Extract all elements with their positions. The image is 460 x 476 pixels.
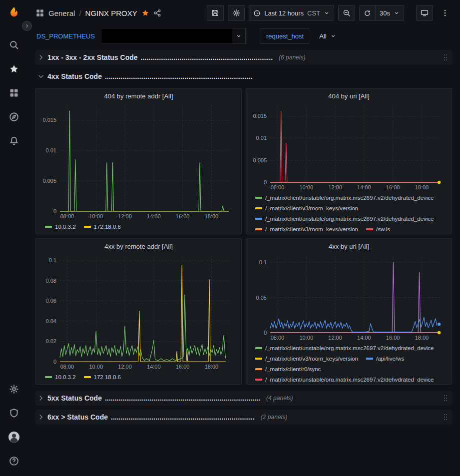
timeseries-chart[interactable]: 08:0010:0012:0014:0016:0018:0000.020.040… bbox=[40, 251, 237, 371]
refresh-button[interactable] bbox=[359, 5, 376, 21]
legend-item[interactable]: /api/live/ws bbox=[366, 354, 404, 363]
panel-grid: 404 by remote addr [All] 08:0010:0012:00… bbox=[35, 88, 452, 385]
favorite-star-icon[interactable] bbox=[141, 9, 149, 17]
apps-grid-icon bbox=[9, 88, 19, 98]
row-label: 5xx Status Code ........................… bbox=[47, 394, 260, 402]
legend-swatch-icon bbox=[84, 226, 91, 228]
dashboard-title[interactable]: NGINX PROXY bbox=[85, 9, 137, 17]
row-5xx-status-code[interactable]: 5xx Status Code ........................… bbox=[35, 391, 452, 406]
legend-item[interactable]: /_matrix/client/r0/sync bbox=[255, 364, 321, 374]
sidebar bbox=[0, 0, 27, 476]
drag-handle-icon[interactable] bbox=[443, 53, 448, 61]
save-dashboard-button[interactable] bbox=[207, 5, 224, 21]
row-1xx-status-code[interactable]: 1xx - 3xx - 2xx Status Code ............… bbox=[35, 50, 452, 65]
row-dots: ........................................… bbox=[111, 413, 255, 421]
row-dots: ........................................… bbox=[105, 394, 260, 402]
panel-legend: 10.0.3.2172.18.0.6 bbox=[40, 220, 237, 231]
breadcrumb: General / NGINX PROXY bbox=[35, 8, 161, 17]
legend-label: /_matrix/client/unstable/org.matrix.msc2… bbox=[265, 216, 434, 222]
svg-text:0.005: 0.005 bbox=[253, 157, 267, 163]
legend-swatch-icon bbox=[255, 379, 262, 381]
time-range-picker[interactable]: Last 12 hours CST bbox=[249, 5, 334, 21]
variable-value-request-host[interactable]: All bbox=[315, 28, 340, 44]
dashboard-settings-button[interactable] bbox=[228, 5, 245, 21]
more-options-button[interactable] bbox=[437, 5, 453, 21]
legend-item[interactable]: /_matrix/client/v3/room_keys/version bbox=[255, 224, 358, 231]
breadcrumb-folder[interactable]: General bbox=[48, 9, 75, 17]
sidebar-item-dashboards[interactable] bbox=[0, 81, 27, 105]
panel-title[interactable]: 404 by uri [All] bbox=[250, 90, 448, 101]
legend-label: /_matrix/client/unstable/org.matrix.msc2… bbox=[265, 377, 434, 382]
sidebar-item-configuration[interactable] bbox=[0, 377, 27, 401]
refresh-interval-label: 30s bbox=[380, 9, 390, 17]
legend-item[interactable]: 10.0.3.2 bbox=[45, 372, 76, 382]
drag-handle-icon[interactable] bbox=[443, 394, 448, 402]
user-avatar-icon bbox=[8, 431, 20, 443]
row-6xx-status-code[interactable]: 6xx > Status Code ......................… bbox=[35, 410, 452, 425]
svg-text:10:00: 10:00 bbox=[89, 213, 103, 219]
legend-item[interactable]: /_matrix/client/v3/room_keys/version bbox=[255, 203, 358, 213]
refresh-icon bbox=[364, 9, 371, 17]
question-circle-icon bbox=[9, 456, 19, 466]
breadcrumb-separator: / bbox=[79, 9, 81, 17]
svg-text:16:00: 16:00 bbox=[386, 184, 400, 190]
timeseries-chart[interactable]: 08:0010:0012:0014:0016:0018:0000.0050.01… bbox=[250, 101, 448, 191]
timeseries-chart[interactable]: 08:0010:0012:0014:0016:0018:0000.0050.01… bbox=[40, 101, 237, 220]
sidebar-item-server-admin[interactable] bbox=[0, 401, 27, 425]
svg-text:08:00: 08:00 bbox=[271, 184, 285, 190]
row-4xx-status-code[interactable]: 4xx Status Code ........................… bbox=[35, 69, 452, 84]
chevron-down-icon bbox=[330, 33, 336, 39]
gear-icon bbox=[232, 9, 240, 17]
chevron-right-icon bbox=[24, 23, 29, 28]
legend-item[interactable]: /sw.js bbox=[366, 224, 390, 231]
panel-title[interactable]: 4xx by uri [All] bbox=[250, 241, 448, 251]
variable-label-ds-prometheus[interactable]: DS_PROMETHEUS bbox=[35, 32, 96, 40]
sidebar-item-alerting[interactable] bbox=[0, 129, 27, 153]
share-icon[interactable] bbox=[153, 9, 161, 17]
sidebar-item-help[interactable] bbox=[0, 449, 27, 473]
svg-text:0: 0 bbox=[264, 330, 267, 336]
legend-item[interactable]: 172.18.0.6 bbox=[84, 222, 121, 231]
panel-title[interactable]: 404 by remote addr [All] bbox=[40, 90, 237, 101]
variable-label-request-host[interactable]: request_host bbox=[260, 28, 310, 44]
drag-handle-icon[interactable] bbox=[443, 413, 448, 421]
bell-icon bbox=[9, 136, 19, 146]
timeseries-chart[interactable]: 08:0010:0012:0014:0016:0018:0000.050.1 bbox=[250, 251, 448, 342]
dashboard-body: 1xx - 3xx - 2xx Status Code ............… bbox=[27, 48, 460, 476]
sidebar-item-profile[interactable] bbox=[0, 425, 27, 449]
sidebar-item-starred[interactable] bbox=[0, 57, 27, 81]
panel-legend: /_matrix/client/unstable/org.matrix.msc2… bbox=[250, 191, 448, 231]
legend-label: /_matrix/client/v3/room_keys/version bbox=[265, 356, 358, 362]
legend-item[interactable]: 10.0.3.2 bbox=[45, 222, 76, 231]
legend-item[interactable]: /_matrix/client/unstable/org.matrix.msc2… bbox=[255, 343, 434, 353]
panel-404-by-remote-addr: 404 by remote addr [All] 08:0010:0012:00… bbox=[35, 88, 242, 234]
legend-item[interactable]: /_matrix/client/unstable/org.matrix.msc2… bbox=[255, 214, 434, 223]
row-dots: ........................................… bbox=[105, 72, 253, 80]
panel-title[interactable]: 4xx by remote addr [All] bbox=[40, 241, 237, 251]
row-label: 4xx Status Code ........................… bbox=[47, 72, 253, 80]
cycle-view-mode-button[interactable] bbox=[416, 5, 433, 21]
variable-value-ds-prometheus[interactable] bbox=[101, 28, 246, 44]
sidebar-item-explore[interactable] bbox=[0, 105, 27, 129]
grafana-flame-icon bbox=[7, 6, 21, 20]
legend-item[interactable]: /_matrix/client/unstable/org.matrix.msc2… bbox=[255, 375, 434, 382]
row-label: 6xx > Status Code ......................… bbox=[47, 413, 255, 421]
sidebar-item-search[interactable] bbox=[0, 33, 27, 57]
zoom-out-button[interactable] bbox=[338, 5, 355, 21]
svg-text:16:00: 16:00 bbox=[176, 364, 190, 370]
legend-swatch-icon bbox=[366, 228, 373, 230]
svg-text:18:00: 18:00 bbox=[205, 213, 219, 219]
legend-item[interactable]: /_matrix/client/v3/room_keys/version bbox=[255, 354, 358, 363]
dashboard-header: General / NGINX PROXY bbox=[27, 0, 460, 26]
refresh-interval-picker[interactable]: 30s bbox=[376, 5, 404, 21]
legend-item[interactable]: 172.18.0.6 bbox=[84, 372, 121, 382]
expand-sidebar-button[interactable] bbox=[22, 21, 32, 31]
svg-text:0.04: 0.04 bbox=[46, 318, 56, 324]
variable-value-text: All bbox=[319, 32, 326, 40]
svg-text:16:00: 16:00 bbox=[386, 335, 400, 341]
legend-swatch-icon bbox=[255, 368, 262, 370]
monitor-icon bbox=[421, 9, 429, 17]
legend-item[interactable]: /_matrix/client/unstable/org.matrix.msc2… bbox=[255, 193, 434, 202]
svg-text:0: 0 bbox=[53, 208, 56, 214]
legend-label: 10.0.3.2 bbox=[55, 224, 76, 230]
